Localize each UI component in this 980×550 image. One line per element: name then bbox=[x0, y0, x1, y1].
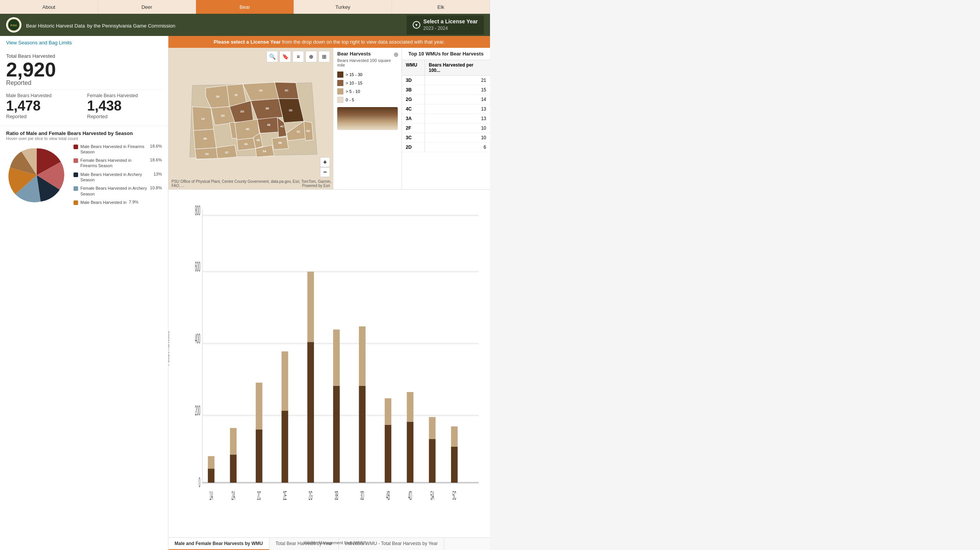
chart-area: # Bears Harvested 0 200 400 600 800 bbox=[168, 189, 490, 550]
pie-section: Ratio of Male and Female Bears Harvested… bbox=[0, 125, 168, 213]
top10-row-0: 3D 21 bbox=[402, 76, 490, 85]
legend-label-female-archery: Female Bears Harvested in Archery Season bbox=[80, 186, 148, 197]
female-bears-label: Female Bears Harvested bbox=[87, 93, 162, 98]
legend-pct-male-other: 7.9% bbox=[129, 200, 138, 204]
legend-label-male-firearms: Male Bears Harvested in Firearms Season bbox=[80, 144, 148, 155]
nav-bear[interactable]: Bear bbox=[196, 0, 294, 14]
nav-elk[interactable]: Elk bbox=[392, 0, 490, 14]
top10-wmu-1: 3B bbox=[402, 85, 425, 94]
legend-item-male-firearms: Male Bears Harvested in Firearms Season … bbox=[74, 144, 162, 155]
svg-text:2A: 2A bbox=[205, 152, 209, 156]
svg-rect-65 bbox=[256, 430, 262, 483]
legend-pct-female-archery: 10.8% bbox=[150, 186, 162, 190]
legend-item-male-other: Male Bears Harvested in 7.9% bbox=[74, 200, 162, 205]
svg-text:2A: 2A bbox=[232, 489, 235, 503]
svg-text:5C: 5C bbox=[452, 489, 456, 503]
top10-val-6: 10 bbox=[425, 133, 490, 142]
top10-val-0: 21 bbox=[425, 76, 490, 85]
svg-rect-87 bbox=[429, 417, 435, 439]
right-area: Please select a License Year from the dr… bbox=[168, 36, 490, 550]
legend-color-male-other bbox=[74, 200, 78, 205]
top10-wmu-6: 3C bbox=[402, 133, 425, 142]
top10-title: Top 10 WMUs for Bear Harvests bbox=[402, 48, 490, 60]
header-title-block: Bear Historic Harvest Data by the Pennsy… bbox=[26, 21, 407, 29]
svg-text:1B: 1B bbox=[216, 95, 219, 98]
chevron-down-icon: ▼ bbox=[413, 21, 420, 29]
svg-rect-78 bbox=[359, 326, 366, 386]
harvest-gradient-bar bbox=[337, 107, 398, 130]
license-year-selector[interactable]: ▼ Select a License Year 2023 - 2024 bbox=[407, 15, 484, 34]
svg-text:3A: 3A bbox=[259, 89, 263, 92]
nav-about[interactable]: About bbox=[0, 0, 98, 14]
svg-rect-84 bbox=[407, 392, 413, 422]
view-seasons-link[interactable]: View Seasons and Bag Limits bbox=[0, 36, 168, 49]
svg-text:5C: 5C bbox=[297, 130, 301, 133]
svg-text:400: 400 bbox=[195, 331, 200, 347]
svg-rect-90 bbox=[451, 426, 457, 447]
top10-row-7: 2D 6 bbox=[402, 143, 490, 152]
top10-wmu-4: 3A bbox=[402, 114, 425, 123]
nav-turkey[interactable]: Turkey bbox=[294, 0, 392, 14]
main-container: View Seasons and Bag Limits Total Bears … bbox=[0, 36, 490, 550]
legend-label-female-firearms: Female Bears Harvested in Firearms Seaso… bbox=[80, 158, 148, 169]
harvest-legend-label-0: > 15 - 30 bbox=[346, 72, 363, 77]
legend-color-female-archery bbox=[74, 186, 78, 191]
top10-header: WMU Bears Harvested per 100... bbox=[402, 60, 490, 76]
bar-chart-svg: 0 200 400 600 800 1A bbox=[188, 194, 482, 537]
svg-text:3B: 3B bbox=[335, 489, 338, 503]
nav-deer[interactable]: Deer bbox=[98, 0, 196, 14]
legend-item-male-archery: Male Bears Harvested in Archery Season 1… bbox=[74, 172, 162, 183]
harvest-stats: Total Bears Harvested 2,920 Reported Mal… bbox=[0, 49, 168, 125]
top10-row-3: 4C 13 bbox=[402, 104, 490, 114]
harvest-legend-label-1: > 10 - 15 bbox=[346, 81, 363, 85]
svg-text:PGC: PGC bbox=[10, 24, 17, 27]
bookmark-tool-btn[interactable]: 🔖 bbox=[279, 51, 291, 62]
pie-subtitle: Hover over pie slice to view total count bbox=[6, 136, 162, 141]
svg-text:2F: 2F bbox=[234, 93, 238, 97]
top10-wmu-5: 2F bbox=[402, 124, 425, 133]
svg-rect-83 bbox=[407, 422, 413, 483]
svg-rect-71 bbox=[307, 342, 314, 483]
harvest-legend-color-3 bbox=[337, 97, 343, 103]
map-svg: 1B 2F 3A 3C 1A 2G bbox=[168, 48, 333, 189]
top10-val-5: 10 bbox=[425, 124, 490, 133]
svg-rect-80 bbox=[385, 425, 391, 483]
search-tool-btn[interactable]: 🔍 bbox=[266, 51, 278, 62]
svg-text:2C: 2C bbox=[257, 489, 261, 503]
harvest-panel-subtitle: Bears Harvested 100 square mile bbox=[333, 58, 402, 70]
map-table-row: 1B 2F 3A 3C 1A 2G bbox=[168, 48, 490, 189]
male-bears-reported: Reported bbox=[6, 114, 81, 119]
list-tool-btn[interactable]: ≡ bbox=[292, 51, 304, 62]
svg-text:1A: 1A bbox=[209, 489, 213, 503]
top10-row-1: 3B 15 bbox=[402, 85, 490, 95]
license-year-text: Select a License Year 2023 - 2024 bbox=[423, 18, 478, 31]
svg-text:4B: 4B bbox=[386, 489, 390, 503]
top10-table: Top 10 WMUs for Bear Harvests WMU Bears … bbox=[402, 48, 490, 189]
map-container[interactable]: 1B 2F 3A 3C 1A 2G bbox=[168, 48, 333, 189]
legend-pct-female-firearms: 18.6% bbox=[150, 158, 162, 162]
total-bears-label: Total Bears Harvested bbox=[6, 53, 162, 59]
svg-text:4B: 4B bbox=[256, 138, 260, 142]
top10-row-4: 3A 13 bbox=[402, 114, 490, 124]
legend-item-female-firearms: Female Bears Harvested in Firearms Seaso… bbox=[74, 158, 162, 169]
pie-chart bbox=[6, 145, 67, 207]
zoom-in-btn[interactable]: + bbox=[320, 157, 330, 167]
grid-tool-btn[interactable]: ⊞ bbox=[318, 51, 330, 62]
layers-tool-btn[interactable]: ⊕ bbox=[305, 51, 317, 62]
expand-icon[interactable]: ⊕ bbox=[394, 51, 399, 58]
svg-text:4D: 4D bbox=[408, 489, 412, 503]
female-bears-stat: Female Bears Harvested 1,438 Reported bbox=[87, 93, 162, 119]
zoom-out-btn[interactable]: − bbox=[320, 167, 330, 177]
map-powered-by: Powered by Esri bbox=[302, 184, 330, 188]
svg-rect-74 bbox=[333, 386, 340, 483]
harvest-legend-item-2: > 5 - 10 bbox=[333, 87, 402, 96]
map-zoom-controls: + − bbox=[320, 157, 330, 177]
alert-bold: Please select a License Year bbox=[214, 39, 281, 45]
svg-text:4C: 4C bbox=[280, 125, 284, 128]
male-bears-stat: Male Bears Harvested 1,478 Reported bbox=[6, 93, 81, 119]
svg-rect-77 bbox=[359, 386, 366, 483]
top10-col-val-header: Bears Harvested per 100... bbox=[425, 60, 490, 75]
svg-rect-86 bbox=[429, 439, 435, 483]
bar-chart-canvas: # Bears Harvested 0 200 400 600 800 bbox=[168, 190, 490, 537]
harvest-legend-color-2 bbox=[337, 88, 343, 94]
